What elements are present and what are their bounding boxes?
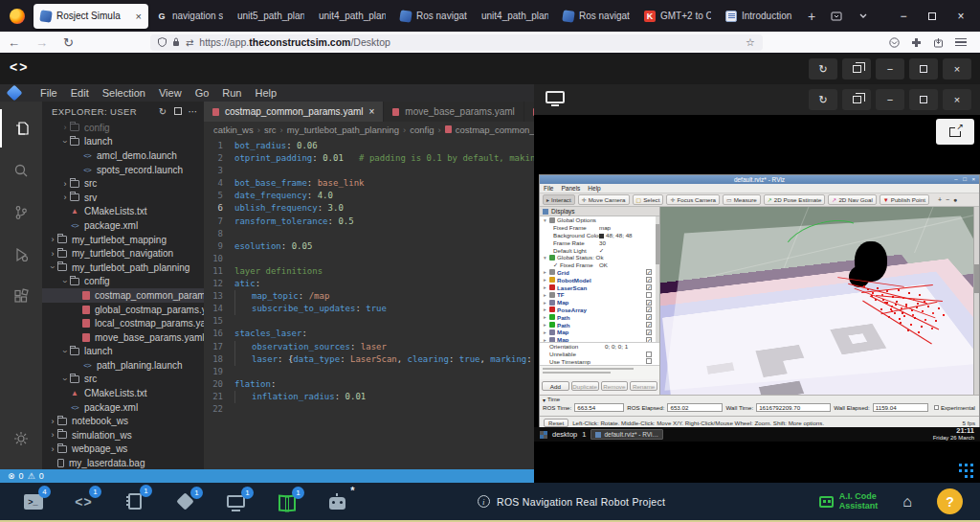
- menu-selection[interactable]: Selection: [96, 87, 152, 99]
- app-icon-terminal[interactable]: >_4: [8, 494, 58, 510]
- display-row[interactable]: ▸Map✓: [540, 336, 659, 343]
- display-row[interactable]: ▾Global Options: [540, 216, 659, 224]
- ai-code-assistant-button[interactable]: A.I. CodeAssistant: [819, 492, 879, 511]
- app-icon-monitor[interactable]: 1: [211, 495, 261, 508]
- run-debug-icon[interactable]: [0, 236, 42, 274]
- code-maximize-button[interactable]: [909, 58, 938, 79]
- display-row[interactable]: ▸TF: [540, 291, 659, 299]
- tree-item[interactable]: ›my_turtlebot_navigation: [42, 246, 204, 261]
- display-enabled-checkbox[interactable]: ✓: [646, 322, 652, 328]
- extensions-icon[interactable]: [0, 278, 42, 316]
- settings-gear-icon[interactable]: [0, 420, 42, 458]
- tree-item[interactable]: local_costmap_params.yaml: [42, 316, 204, 330]
- tool-2d-pose-estimate[interactable]: ↗2D Pose Estimate: [764, 194, 826, 205]
- new-tab-button[interactable]: +: [800, 9, 823, 24]
- display-row[interactable]: ▸Map✓: [540, 329, 659, 336]
- menu-file[interactable]: File: [33, 87, 64, 99]
- time-panel-header[interactable]: ▾Time: [540, 396, 979, 403]
- explorer-icon[interactable]: [0, 109, 42, 148]
- display-row[interactable]: ▸Map✓: [540, 299, 659, 306]
- tree-item[interactable]: <>package.xml: [42, 218, 204, 233]
- browser-tab[interactable]: KGMT+2 to CET C: [637, 4, 718, 29]
- address-bar[interactable]: ⇄ https://app.theconstructsim.com/Deskto…: [150, 34, 763, 51]
- breadcrumb-item[interactable]: src: [264, 125, 277, 135]
- tracking-shield-icon[interactable]: [158, 37, 167, 47]
- tree-item[interactable]: ›src: [42, 176, 204, 191]
- tree-item[interactable]: ›notebook_ws: [42, 414, 204, 428]
- display-enabled-checkbox[interactable]: ✓: [646, 277, 652, 283]
- display-enabled-checkbox[interactable]: ✓: [646, 269, 652, 275]
- workspace-pager-icon[interactable]: [540, 431, 547, 439]
- source-control-icon[interactable]: [0, 193, 42, 232]
- breadcrumb-item[interactable]: config: [410, 125, 434, 135]
- experimental-toggle[interactable]: Experimental: [934, 404, 975, 411]
- browser-tab[interactable]: Ros navigation in: [556, 4, 636, 29]
- refresh-explorer-icon[interactable]: ↻: [159, 106, 167, 117]
- tree-item[interactable]: my_laserdata.bag: [42, 456, 204, 469]
- tree-item[interactable]: ›config: [42, 275, 204, 289]
- code-close-button[interactable]: ×: [943, 58, 971, 79]
- browser-tab[interactable]: Ros navigation in: [393, 4, 474, 29]
- display-enabled-checkbox[interactable]: [646, 292, 652, 298]
- add-display-button[interactable]: Add: [542, 381, 569, 391]
- rviz-titlebar[interactable]: default.rviz* - RViz – □ ×: [540, 175, 979, 184]
- tree-item[interactable]: ›launch: [42, 135, 204, 149]
- display-row[interactable]: Default Light✓: [540, 246, 659, 254]
- display-row[interactable]: ▸Path✓: [540, 321, 659, 329]
- rviz-3d-view[interactable]: [660, 207, 973, 395]
- experimental-checkbox[interactable]: [934, 405, 939, 410]
- tree-item[interactable]: ›my_turtlebot_mapping: [42, 233, 204, 247]
- code-minimize-button[interactable]: −: [876, 58, 904, 79]
- code-duplicate-button[interactable]: [842, 58, 871, 79]
- permissions-icon[interactable]: ⇄: [186, 37, 193, 48]
- tree-item[interactable]: global_costmap_params.yaml: [42, 303, 204, 317]
- breadcrumb-item[interactable]: my_turtlebot_path_planning: [287, 125, 399, 135]
- display-row[interactable]: Frame Rate30: [540, 238, 659, 246]
- display-row[interactable]: Fixed Framemap: [540, 224, 659, 232]
- browser-tab[interactable]: unit5_path_planning_: [231, 4, 311, 29]
- menu-help[interactable]: Help: [249, 87, 284, 99]
- menu-run[interactable]: Run: [215, 87, 248, 99]
- remote-refresh-button[interactable]: ↻: [809, 89, 837, 110]
- more-actions-icon[interactable]: ⋯: [189, 106, 198, 117]
- tree-item[interactable]: ›simulation_ws: [42, 428, 204, 443]
- display-enabled-checkbox[interactable]: ✓: [646, 300, 652, 306]
- list-all-tabs-icon[interactable]: [850, 11, 877, 22]
- breadcrumb-item[interactable]: catkin_ws: [213, 125, 254, 135]
- menu-view[interactable]: View: [152, 87, 189, 99]
- save-page-icon[interactable]: [933, 37, 944, 48]
- menu-edit[interactable]: Edit: [64, 87, 96, 99]
- detail-checkbox[interactable]: [646, 352, 652, 357]
- browser-tab[interactable]: Gnavigation stack: [149, 4, 230, 29]
- browser-tab[interactable]: unit4_path_planning_: [475, 4, 555, 29]
- tool-interact[interactable]: ▸Interact: [543, 194, 575, 205]
- remote-maximize-button[interactable]: [909, 89, 938, 110]
- extension-icon[interactable]: [911, 37, 922, 48]
- tree-item[interactable]: <>path_planing.launch: [42, 358, 204, 373]
- rename-display-button[interactable]: Rename: [630, 381, 657, 391]
- display-enabled-checkbox[interactable]: ✓: [646, 329, 652, 335]
- tool-publish-point[interactable]: ▼Publish Point: [880, 194, 929, 205]
- displays-scrollbar[interactable]: [656, 216, 659, 343]
- app-icon-notebook[interactable]: 1: [109, 493, 160, 510]
- remove-display-button[interactable]: Remove: [601, 381, 629, 391]
- bookmark-star-icon[interactable]: ☆: [746, 36, 755, 49]
- pocket-icon[interactable]: [889, 37, 900, 48]
- remote-close-button[interactable]: ×: [943, 89, 971, 110]
- time-field-value[interactable]: 663.54: [574, 403, 624, 412]
- tool-move-camera[interactable]: ✛Move Camera: [578, 194, 630, 205]
- time-field-value[interactable]: 1159.04: [873, 403, 928, 412]
- lock-icon[interactable]: [172, 37, 180, 47]
- code-refresh-button[interactable]: ↻: [809, 58, 837, 79]
- tree-item[interactable]: ▲CMakeLists.txt: [42, 386, 204, 400]
- warning-icon[interactable]: ⚠: [28, 471, 35, 481]
- workspace-number[interactable]: 1: [582, 430, 586, 439]
- zoom-tool-button[interactable]: −: [946, 196, 949, 203]
- home-button[interactable]: ⌂: [902, 493, 912, 511]
- display-row[interactable]: ▸LaserScan✓: [540, 284, 659, 291]
- time-field-value[interactable]: 653.02: [667, 403, 723, 412]
- tab-close-icon[interactable]: ×: [136, 11, 142, 22]
- back-button[interactable]: ←: [0, 35, 28, 50]
- display-row[interactable]: ▸PoseArray✓: [540, 306, 659, 314]
- desktop-button[interactable]: desktop: [552, 430, 577, 439]
